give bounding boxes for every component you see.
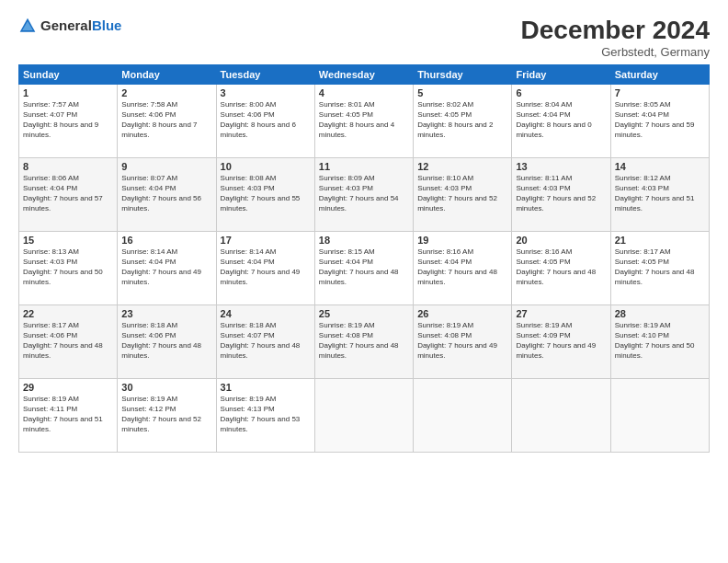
day-info: Sunrise: 8:15 AMSunset: 4:04 PMDaylight:… xyxy=(319,247,409,288)
day-info: Sunrise: 7:58 AMSunset: 4:06 PMDaylight:… xyxy=(121,99,211,141)
day-info: Sunrise: 8:02 AMSunset: 4:05 PMDaylight:… xyxy=(417,99,507,141)
day-number: 22 xyxy=(23,308,113,319)
day-number: 15 xyxy=(23,235,113,246)
day-info: Sunrise: 8:17 AMSunset: 4:06 PMDaylight:… xyxy=(23,320,113,362)
day-cell-30: 30Sunrise: 8:19 AMSunset: 4:12 PMDayligh… xyxy=(118,378,216,452)
day-number: 7 xyxy=(615,87,705,98)
week-row-1: 1Sunrise: 7:57 AMSunset: 4:07 PMDaylight… xyxy=(19,84,710,157)
logo: GeneralBlue xyxy=(18,17,121,35)
day-cell-12: 12Sunrise: 8:10 AMSunset: 4:03 PMDayligh… xyxy=(414,157,512,231)
day-cell-14: 14Sunrise: 8:12 AMSunset: 4:03 PMDayligh… xyxy=(610,157,709,231)
day-cell-20: 20Sunrise: 8:16 AMSunset: 4:05 PMDayligh… xyxy=(512,231,610,304)
day-header-monday: Monday xyxy=(118,64,216,84)
day-info: Sunrise: 8:08 AMSunset: 4:03 PMDaylight:… xyxy=(221,173,311,214)
day-info: Sunrise: 8:01 AMSunset: 4:05 PMDaylight:… xyxy=(319,99,409,141)
day-number: 30 xyxy=(121,382,211,393)
day-number: 12 xyxy=(417,161,507,172)
day-number: 6 xyxy=(516,87,606,98)
day-info: Sunrise: 8:19 AMSunset: 4:13 PMDaylight:… xyxy=(221,394,311,435)
logo-text: GeneralBlue xyxy=(40,17,121,34)
day-info: Sunrise: 8:16 AMSunset: 4:05 PMDaylight:… xyxy=(516,247,606,288)
calendar-page: GeneralBlue December 2024 Gerbstedt, Ger… xyxy=(0,0,728,563)
day-cell-29: 29Sunrise: 8:19 AMSunset: 4:11 PMDayligh… xyxy=(19,378,118,452)
day-info: Sunrise: 8:11 AMSunset: 4:03 PMDaylight:… xyxy=(516,173,606,214)
day-cell-28: 28Sunrise: 8:19 AMSunset: 4:10 PMDayligh… xyxy=(610,304,709,378)
day-number: 17 xyxy=(221,235,311,246)
day-info: Sunrise: 8:04 AMSunset: 4:04 PMDaylight:… xyxy=(516,99,606,141)
day-cell-27: 27Sunrise: 8:19 AMSunset: 4:09 PMDayligh… xyxy=(512,304,610,378)
empty-cell xyxy=(512,378,610,452)
day-info: Sunrise: 8:10 AMSunset: 4:03 PMDaylight:… xyxy=(417,173,507,214)
day-header-friday: Friday xyxy=(512,64,610,84)
day-cell-10: 10Sunrise: 8:08 AMSunset: 4:03 PMDayligh… xyxy=(216,157,314,231)
day-cell-2: 2Sunrise: 7:58 AMSunset: 4:06 PMDaylight… xyxy=(118,84,216,157)
day-info: Sunrise: 8:19 AMSunset: 4:08 PMDaylight:… xyxy=(417,320,507,362)
day-cell-8: 8Sunrise: 8:06 AMSunset: 4:04 PMDaylight… xyxy=(19,157,118,231)
day-info: Sunrise: 8:17 AMSunset: 4:05 PMDaylight:… xyxy=(615,247,705,288)
day-info: Sunrise: 8:00 AMSunset: 4:06 PMDaylight:… xyxy=(221,99,311,141)
empty-cell xyxy=(414,378,512,452)
day-cell-25: 25Sunrise: 8:19 AMSunset: 4:08 PMDayligh… xyxy=(314,304,413,378)
logo-general: General xyxy=(40,17,92,33)
day-info: Sunrise: 8:07 AMSunset: 4:04 PMDaylight:… xyxy=(121,173,211,214)
month-title: December 2024 xyxy=(521,17,710,45)
day-number: 3 xyxy=(221,87,311,98)
day-info: Sunrise: 8:12 AMSunset: 4:03 PMDaylight:… xyxy=(615,173,705,214)
day-cell-15: 15Sunrise: 8:13 AMSunset: 4:03 PMDayligh… xyxy=(19,231,118,304)
week-row-5: 29Sunrise: 8:19 AMSunset: 4:11 PMDayligh… xyxy=(19,378,710,452)
day-cell-13: 13Sunrise: 8:11 AMSunset: 4:03 PMDayligh… xyxy=(512,157,610,231)
day-number: 5 xyxy=(417,87,507,98)
day-number: 20 xyxy=(516,235,606,246)
day-number: 16 xyxy=(121,235,211,246)
day-cell-7: 7Sunrise: 8:05 AMSunset: 4:04 PMDaylight… xyxy=(610,84,709,157)
day-cell-21: 21Sunrise: 8:17 AMSunset: 4:05 PMDayligh… xyxy=(610,231,709,304)
day-info: Sunrise: 8:19 AMSunset: 4:11 PMDaylight:… xyxy=(23,394,113,435)
header-row: SundayMondayTuesdayWednesdayThursdayFrid… xyxy=(19,64,710,84)
day-info: Sunrise: 8:19 AMSunset: 4:09 PMDaylight:… xyxy=(516,320,606,362)
day-header-saturday: Saturday xyxy=(610,64,709,84)
day-number: 29 xyxy=(23,382,113,393)
day-cell-24: 24Sunrise: 8:18 AMSunset: 4:07 PMDayligh… xyxy=(216,304,314,378)
day-header-thursday: Thursday xyxy=(414,64,512,84)
day-header-wednesday: Wednesday xyxy=(314,64,413,84)
day-info: Sunrise: 8:16 AMSunset: 4:04 PMDaylight:… xyxy=(417,247,507,288)
day-number: 24 xyxy=(221,308,311,319)
day-info: Sunrise: 8:18 AMSunset: 4:06 PMDaylight:… xyxy=(121,320,211,362)
day-cell-23: 23Sunrise: 8:18 AMSunset: 4:06 PMDayligh… xyxy=(118,304,216,378)
day-cell-5: 5Sunrise: 8:02 AMSunset: 4:05 PMDaylight… xyxy=(414,84,512,157)
day-cell-19: 19Sunrise: 8:16 AMSunset: 4:04 PMDayligh… xyxy=(414,231,512,304)
day-number: 10 xyxy=(221,161,311,172)
day-info: Sunrise: 8:14 AMSunset: 4:04 PMDaylight:… xyxy=(221,247,311,288)
day-number: 14 xyxy=(615,161,705,172)
day-number: 8 xyxy=(23,161,113,172)
day-cell-4: 4Sunrise: 8:01 AMSunset: 4:05 PMDaylight… xyxy=(314,84,413,157)
day-cell-1: 1Sunrise: 7:57 AMSunset: 4:07 PMDaylight… xyxy=(19,84,118,157)
day-cell-11: 11Sunrise: 8:09 AMSunset: 4:03 PMDayligh… xyxy=(314,157,413,231)
location-subtitle: Gerbstedt, Germany xyxy=(521,45,710,59)
day-info: Sunrise: 8:05 AMSunset: 4:04 PMDaylight:… xyxy=(615,99,705,141)
day-cell-9: 9Sunrise: 8:07 AMSunset: 4:04 PMDaylight… xyxy=(118,157,216,231)
day-number: 31 xyxy=(221,382,311,393)
day-number: 1 xyxy=(23,87,113,98)
day-info: Sunrise: 8:14 AMSunset: 4:04 PMDaylight:… xyxy=(121,247,211,288)
day-info: Sunrise: 8:13 AMSunset: 4:03 PMDaylight:… xyxy=(23,247,113,288)
day-number: 23 xyxy=(121,308,211,319)
day-cell-17: 17Sunrise: 8:14 AMSunset: 4:04 PMDayligh… xyxy=(216,231,314,304)
day-number: 19 xyxy=(417,235,507,246)
day-number: 9 xyxy=(121,161,211,172)
day-number: 2 xyxy=(121,87,211,98)
day-info: Sunrise: 8:09 AMSunset: 4:03 PMDaylight:… xyxy=(319,173,409,214)
day-number: 11 xyxy=(319,161,409,172)
day-number: 13 xyxy=(516,161,606,172)
day-info: Sunrise: 8:19 AMSunset: 4:08 PMDaylight:… xyxy=(319,320,409,362)
header: GeneralBlue December 2024 Gerbstedt, Ger… xyxy=(18,17,710,59)
title-area: December 2024 Gerbstedt, Germany xyxy=(521,17,710,59)
day-cell-31: 31Sunrise: 8:19 AMSunset: 4:13 PMDayligh… xyxy=(216,378,314,452)
day-number: 21 xyxy=(615,235,705,246)
day-info: Sunrise: 8:06 AMSunset: 4:04 PMDaylight:… xyxy=(23,173,113,214)
empty-cell xyxy=(314,378,413,452)
day-cell-22: 22Sunrise: 8:17 AMSunset: 4:06 PMDayligh… xyxy=(19,304,118,378)
day-number: 28 xyxy=(615,308,705,319)
day-info: Sunrise: 7:57 AMSunset: 4:07 PMDaylight:… xyxy=(23,99,113,141)
day-number: 25 xyxy=(319,308,409,319)
